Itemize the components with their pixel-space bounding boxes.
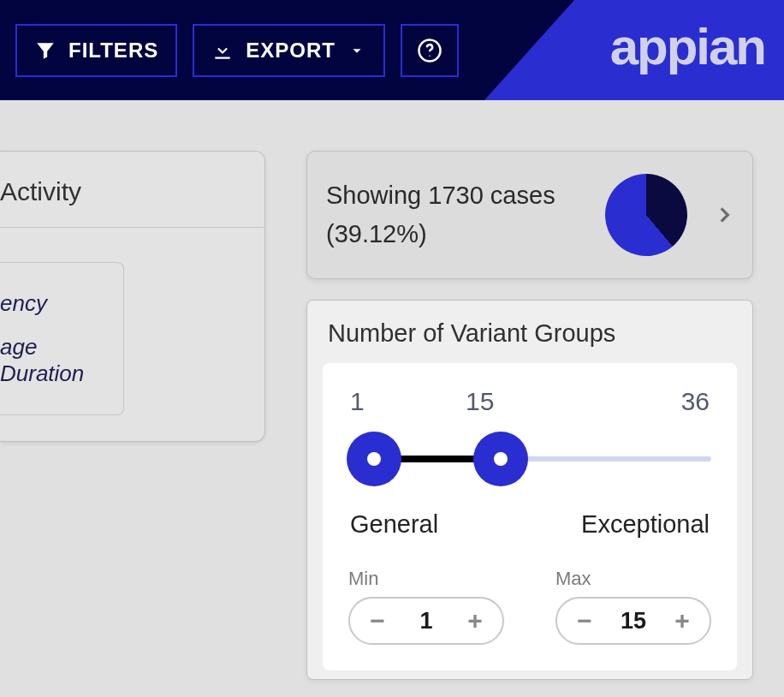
min-caption: Min: [348, 568, 504, 590]
max-stepper-group: Max − 15 +: [555, 568, 711, 645]
brand-logo: appian: [484, 0, 784, 100]
help-button[interactable]: [401, 24, 459, 77]
filters-button[interactable]: FILTERS: [15, 24, 177, 77]
cases-line1: Showing 1730 cases: [326, 176, 605, 215]
variant-groups-title: Number of Variant Groups: [307, 301, 752, 363]
min-decrement-button[interactable]: −: [367, 608, 388, 634]
max-value: 15: [621, 608, 646, 634]
export-button[interactable]: EXPORT: [193, 24, 385, 77]
variant-groups-inner: 1 15 36 General Exceptional Min − 1 +: [323, 363, 737, 670]
export-label: EXPORT: [246, 39, 336, 63]
slider-thumb-max[interactable]: [473, 432, 528, 486]
max-caption: Max: [555, 568, 711, 590]
activity-metric-box: ency age Duration: [0, 262, 124, 415]
filters-label: FILTERS: [68, 39, 158, 63]
cases-pie-chart: [605, 174, 687, 256]
cases-summary-text: Showing 1730 cases (39.12%): [326, 176, 605, 253]
max-stepper: − 15 +: [555, 597, 711, 645]
activity-panel: Activity ency age Duration: [0, 151, 265, 442]
metric-item: age Duration: [0, 325, 123, 396]
max-decrement-button[interactable]: −: [574, 608, 595, 634]
min-stepper: − 1 +: [348, 597, 504, 645]
cases-line2: (39.12%): [326, 215, 605, 253]
chevron-down-icon: [347, 41, 366, 60]
slider-right-label: Exceptional: [581, 510, 710, 539]
min-increment-button[interactable]: +: [465, 608, 485, 634]
filter-icon: [34, 39, 56, 62]
slider-left-label: General: [350, 510, 438, 539]
min-value: 1: [419, 608, 432, 634]
help-icon: [417, 38, 442, 63]
slider-end-labels: General Exceptional: [348, 510, 711, 539]
variant-groups-card: Number of Variant Groups 1 15 36 General…: [306, 300, 753, 680]
metric-item: ency: [0, 282, 123, 325]
logo-text: appian: [610, 17, 765, 76]
slider-min-tick: 1: [350, 387, 365, 416]
download-icon: [211, 39, 234, 62]
svg-point-1: [429, 55, 431, 57]
stepper-row: Min − 1 + Max − 15 +: [348, 568, 711, 645]
chevron-right-icon[interactable]: [713, 204, 735, 226]
cases-summary-card[interactable]: Showing 1730 cases (39.12%): [306, 151, 753, 279]
max-increment-button[interactable]: +: [672, 608, 692, 634]
slider-thumb-min[interactable]: [347, 432, 401, 486]
app-header: FILTERS EXPORT appian: [0, 0, 784, 100]
activity-panel-title: Activity: [0, 152, 264, 228]
range-slider[interactable]: [348, 432, 711, 486]
slider-max-tick: 36: [681, 387, 710, 416]
min-stepper-group: Min − 1 +: [348, 568, 504, 645]
slider-tick-labels: 1 15 36: [348, 387, 711, 416]
slider-mid-tick: 15: [466, 387, 494, 416]
